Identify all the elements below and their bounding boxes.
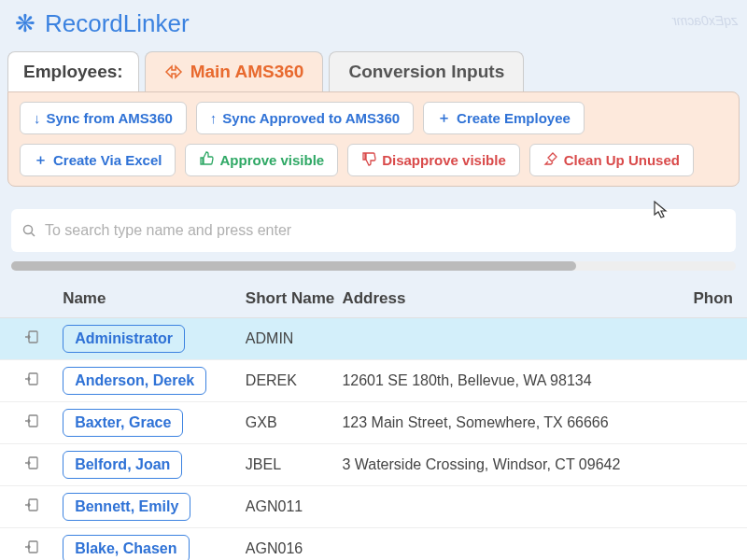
table-header-row: Name Short Name Address Phon	[0, 282, 747, 318]
import-icon[interactable]	[0, 371, 63, 390]
employee-name-link[interactable]: Belford, Joan	[63, 451, 182, 479]
watermark: zqEx0acmr	[672, 13, 738, 28]
table-row[interactable]: Belford, JoanJBEL3 Waterside Crossing, W…	[0, 444, 747, 486]
search-input[interactable]	[11, 213, 736, 248]
col-header-name[interactable]: Name	[63, 289, 246, 308]
search-wrap	[11, 209, 736, 252]
search-icon	[22, 224, 35, 241]
import-icon[interactable]	[0, 539, 63, 558]
btn-label: Clean Up Unused	[564, 152, 680, 168]
sync-to-button[interactable]: ↑ Sync Approved to AMS360	[196, 102, 414, 134]
toolbar-panel: ↓ Sync from AMS360 ↑ Sync Approved to AM…	[7, 91, 740, 187]
import-icon[interactable]	[0, 497, 63, 516]
tab-label: Main AMS360	[190, 62, 304, 82]
table-row[interactable]: Bennett, EmilyAGN011	[0, 486, 747, 528]
cell-shortname: GXB	[246, 414, 343, 431]
table-row[interactable]: Anderson, DerekDEREK12601 SE 180th, Bell…	[0, 360, 747, 402]
disapprove-visible-button[interactable]: Disapprove visible	[347, 144, 520, 176]
svg-line-1	[32, 233, 35, 237]
btn-label: Create Via Excel	[53, 152, 162, 168]
cell-address: 12601 SE 180th, Bellevue, WA 98134	[342, 372, 693, 389]
employees-table: Name Short Name Address Phon Administrat…	[0, 282, 747, 560]
cell-address: 3 Waterside Crossing, Windsor, CT 09642	[342, 456, 693, 473]
employee-name-link[interactable]: Anderson, Derek	[63, 367, 206, 395]
logo-icon: ❋	[15, 9, 35, 38]
cleanup-unused-button[interactable]: Clean Up Unused	[529, 144, 694, 176]
tabs-row: Employees: Main AMS360 Conversion Inputs	[0, 51, 747, 91]
plus-icon: ＋	[437, 109, 451, 127]
cell-shortname: DEREK	[246, 372, 343, 389]
employee-name-link[interactable]: Administrator	[63, 325, 185, 353]
btn-label: Sync from AMS360	[47, 110, 173, 126]
btn-label: Sync Approved to AMS360	[222, 110, 400, 126]
employee-name-link[interactable]: Blake, Chasen	[63, 535, 189, 560]
tab-label: Conversion Inputs	[348, 62, 504, 82]
app-title: RecordLinker	[45, 9, 190, 38]
app-header: ❋ RecordLinker	[0, 0, 747, 51]
table-row[interactable]: AdministratorADMIN	[0, 318, 747, 360]
mouse-cursor-icon	[654, 201, 669, 224]
import-icon[interactable]	[0, 329, 63, 348]
thumbs-down-icon	[361, 151, 376, 169]
cell-shortname: AGN011	[246, 498, 343, 515]
employee-name-link[interactable]: Baxter, Grace	[63, 409, 183, 437]
arrow-up-icon: ↑	[210, 110, 218, 126]
cell-shortname: ADMIN	[246, 330, 343, 347]
thumbs-up-icon	[199, 151, 214, 169]
import-icon[interactable]	[0, 413, 63, 432]
horizontal-scrollbar[interactable]	[11, 261, 736, 271]
plus-icon: ＋	[34, 151, 48, 169]
cell-shortname: AGN016	[246, 540, 343, 557]
broom-icon	[543, 151, 558, 169]
scrollbar-thumb[interactable]	[11, 261, 576, 271]
approve-visible-button[interactable]: Approve visible	[185, 144, 338, 176]
tab-main-ams360[interactable]: Main AMS360	[145, 51, 324, 91]
import-icon[interactable]	[0, 455, 63, 474]
cell-address: 123 Main Street, Somewhere, TX 66666	[342, 414, 693, 431]
swap-icon	[164, 64, 183, 79]
table-row[interactable]: Blake, ChasenAGN016	[0, 528, 747, 560]
col-header-phone[interactable]: Phon	[693, 289, 747, 308]
create-employee-button[interactable]: ＋ Create Employee	[423, 102, 585, 134]
cell-shortname: JBEL	[246, 456, 343, 473]
employee-name-link[interactable]: Bennett, Emily	[63, 493, 190, 521]
create-via-excel-button[interactable]: ＋ Create Via Excel	[20, 144, 176, 176]
tabs-label: Employees:	[7, 51, 139, 91]
btn-label: Disapprove visible	[382, 152, 506, 168]
arrow-down-icon: ↓	[34, 110, 41, 126]
btn-label: Approve visible	[219, 152, 324, 168]
tab-conversion-inputs[interactable]: Conversion Inputs	[329, 51, 524, 91]
table-row[interactable]: Baxter, GraceGXB123 Main Street, Somewhe…	[0, 402, 747, 444]
sync-from-button[interactable]: ↓ Sync from AMS360	[20, 102, 187, 134]
svg-point-0	[24, 226, 33, 234]
btn-label: Create Employee	[457, 110, 571, 126]
col-header-address[interactable]: Address	[342, 289, 693, 308]
col-header-shortname[interactable]: Short Name	[246, 289, 343, 308]
